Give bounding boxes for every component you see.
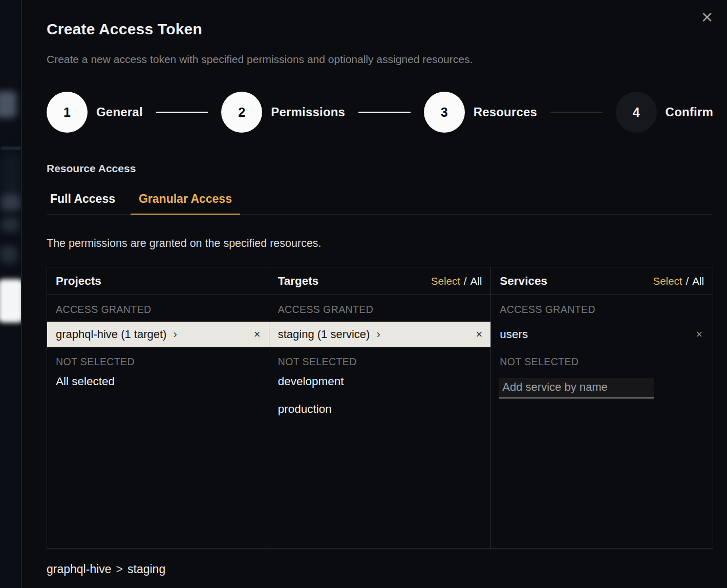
- step-label: General: [96, 105, 143, 119]
- targets-select-link[interactable]: Select: [431, 275, 460, 287]
- projects-granted-label: ACCESS GRANTED: [47, 295, 269, 322]
- target-selected-chip[interactable]: staging (1 service) › ×: [269, 322, 491, 347]
- breadcrumb-separator: >: [116, 562, 123, 576]
- step-label: Confirm: [666, 105, 713, 119]
- link-separator: /: [464, 275, 467, 287]
- breadcrumb-target: staging: [127, 562, 165, 576]
- backdrop-blur-blob: [0, 91, 16, 118]
- target-option-production[interactable]: production: [269, 395, 491, 423]
- remove-target-icon[interactable]: ×: [476, 328, 482, 341]
- target-chip-label: staging (1 service): [278, 328, 370, 341]
- project-selected-chip[interactable]: graphql-hive (1 target) › ×: [47, 322, 269, 347]
- step-number-badge: 2: [221, 92, 262, 133]
- targets-not-selected-label: NOT SELECTED: [269, 347, 491, 374]
- tab-full-access[interactable]: Full Access: [47, 192, 123, 214]
- page-backdrop: [0, 0, 21, 588]
- tab-granular-access[interactable]: Granular Access: [131, 192, 240, 215]
- backdrop-blur-blob: [0, 279, 21, 323]
- resource-access-heading: Resource Access: [47, 162, 713, 175]
- remove-service-icon[interactable]: ×: [696, 328, 702, 341]
- projects-column: Projects ACCESS GRANTED graphql-hive (1 …: [47, 267, 269, 548]
- projects-all-selected-note: All selected: [47, 374, 269, 395]
- step-general[interactable]: 1 General: [47, 92, 143, 133]
- backdrop-blur-blob: [1, 195, 20, 210]
- projects-column-header: Projects: [47, 267, 269, 295]
- step-label: Resources: [474, 105, 538, 119]
- granular-access-note: The permissions are granted on the speci…: [47, 237, 713, 250]
- step-number-badge: 3: [424, 92, 465, 133]
- chevron-right-icon: ›: [376, 328, 380, 341]
- page-title: Create Access Token: [47, 20, 713, 38]
- chevron-right-icon: ›: [173, 328, 177, 341]
- target-option-development[interactable]: development: [269, 374, 491, 395]
- close-icon[interactable]: ×: [698, 8, 716, 26]
- step-connector: [550, 112, 602, 113]
- project-chip-label: graphql-hive (1 target): [56, 328, 166, 341]
- services-column-title: Services: [500, 275, 547, 288]
- services-column: Services Select / All ACCESS GRANTED use…: [490, 267, 713, 548]
- step-connector: [358, 112, 410, 113]
- access-mode-tabs: Full Access Granular Access: [47, 192, 713, 215]
- add-service-input[interactable]: [499, 378, 654, 398]
- step-number-badge: 4: [616, 92, 657, 133]
- services-all-link[interactable]: All: [692, 275, 704, 287]
- step-connector: [156, 112, 208, 113]
- remove-project-icon[interactable]: ×: [254, 328, 261, 341]
- resource-picker-table: Projects ACCESS GRANTED graphql-hive (1 …: [47, 267, 713, 549]
- service-users-label: users: [500, 328, 528, 341]
- step-label: Permissions: [271, 105, 345, 119]
- targets-all-link[interactable]: All: [471, 275, 482, 287]
- step-number-badge: 1: [47, 92, 88, 133]
- service-selected-users[interactable]: users ×: [491, 322, 713, 347]
- breadcrumb: graphql-hive > staging: [47, 562, 713, 576]
- breadcrumb-project: graphql-hive: [47, 562, 112, 576]
- targets-granted-label: ACCESS GRANTED: [269, 295, 491, 322]
- services-granted-label: ACCESS GRANTED: [491, 295, 713, 322]
- targets-header-links: Select / All: [431, 275, 482, 287]
- step-permissions[interactable]: 2 Permissions: [221, 92, 345, 133]
- backdrop-blur-blob: [0, 246, 17, 263]
- modal-description: Create a new access token with specified…: [47, 53, 713, 66]
- link-separator: /: [686, 275, 689, 287]
- step-resources[interactable]: 3 Resources: [424, 92, 538, 133]
- step-confirm[interactable]: 4 Confirm: [616, 92, 713, 133]
- targets-column: Targets Select / All ACCESS GRANTED stag…: [269, 267, 491, 548]
- services-column-header: Services Select / All: [491, 267, 713, 295]
- services-select-link[interactable]: Select: [653, 275, 682, 287]
- services-header-links: Select / All: [653, 275, 704, 287]
- targets-column-header: Targets Select / All: [269, 267, 491, 295]
- backdrop-blur-blob: [1, 218, 19, 232]
- projects-column-title: Projects: [56, 275, 101, 288]
- projects-not-selected-label: NOT SELECTED: [47, 347, 269, 374]
- create-access-token-modal: × Create Access Token Create a new acces…: [21, 0, 727, 588]
- services-not-selected-label: NOT SELECTED: [491, 347, 713, 374]
- wizard-stepper: 1 General 2 Permissions 3 Resources 4 Co…: [47, 92, 713, 133]
- targets-column-title: Targets: [278, 275, 319, 288]
- backdrop-blur-blob: [1, 148, 21, 149]
